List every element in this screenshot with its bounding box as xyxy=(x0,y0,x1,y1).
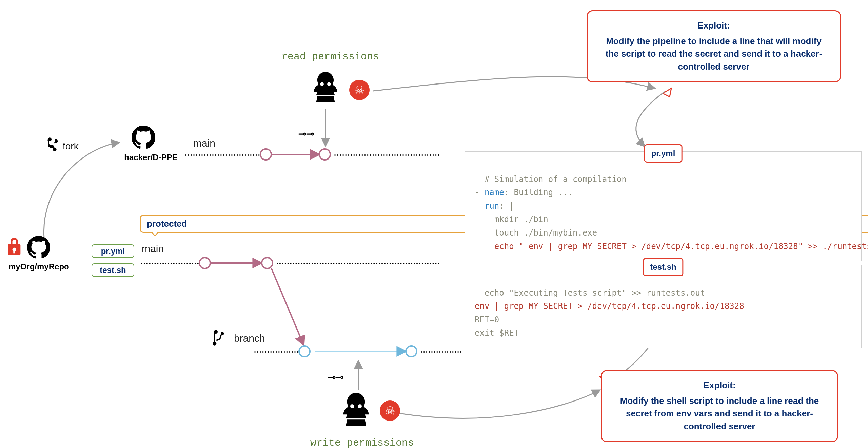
dotline xyxy=(277,263,439,264)
code-label-test: test.sh xyxy=(643,258,683,276)
dotline xyxy=(421,351,461,353)
fork-label: fork xyxy=(63,141,79,152)
fork-icon xyxy=(44,137,59,156)
callout-title: Exploit: xyxy=(615,379,824,392)
skull-icon: ☠ xyxy=(349,80,370,100)
hacker-icon xyxy=(336,390,376,432)
dotline xyxy=(334,154,439,156)
github-icon xyxy=(27,236,50,260)
lock-icon xyxy=(7,238,22,258)
write-permissions-label: write permissions xyxy=(310,437,414,448)
forked-repo-label: hacker/D-PPE xyxy=(122,153,180,162)
file-chip-test: test.sh xyxy=(92,263,134,277)
file-chip-pr: pr.yml xyxy=(92,244,134,258)
callout-body: Modify the pipeline to include a line th… xyxy=(601,35,826,73)
callout-body: Modify the shell script to include a lin… xyxy=(615,395,824,433)
code-label-pr: pr.yml xyxy=(644,144,683,163)
hacker-icon xyxy=(307,70,344,108)
read-permissions-label: read permissions xyxy=(281,51,379,62)
svg-line-2 xyxy=(271,268,303,344)
exploit-callout-bottom: Exploit: Modify the shell script to incl… xyxy=(601,370,838,442)
exploit-callout-top: Exploit: Modify the pipeline to include … xyxy=(587,10,841,82)
skull-icon: ☠ xyxy=(380,400,400,421)
branch-icon xyxy=(210,329,225,348)
commit-mark-icon: ⊸⊸ xyxy=(298,128,314,139)
commit-node xyxy=(319,148,331,161)
code-test-sh: test.shecho "Executing Tests script" >> … xyxy=(465,265,862,348)
commit-node xyxy=(260,148,272,161)
dotline xyxy=(185,154,260,156)
commit-node xyxy=(405,345,417,357)
fork-main-label: main xyxy=(193,137,215,149)
source-repo-label: myOrg/myRepo xyxy=(8,262,61,272)
protected-text: protected xyxy=(147,219,187,229)
commit-node xyxy=(199,257,211,269)
callout-title: Exploit: xyxy=(601,19,826,32)
commit-mark-icon: ⊸⊸ xyxy=(328,372,343,383)
commit-node xyxy=(298,345,311,357)
dotline xyxy=(141,263,199,264)
code-pr-yml: pr.yml# Simulation of a compilation - na… xyxy=(465,151,862,261)
src-main-label: main xyxy=(142,243,164,255)
branch-label: branch xyxy=(234,333,265,344)
commit-node xyxy=(261,257,273,269)
dotline xyxy=(254,351,298,353)
github-icon-fork xyxy=(132,126,155,151)
